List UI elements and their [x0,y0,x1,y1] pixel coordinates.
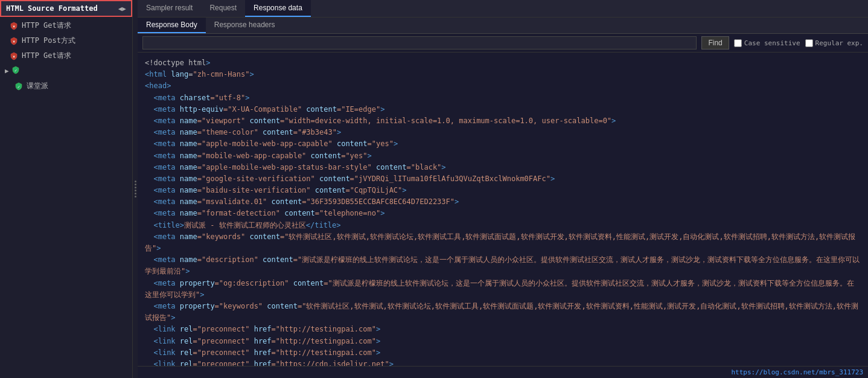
content-area[interactable]: <!doctype html> <html lang="zh-cmn-Hans"… [138,53,868,366]
expand-arrow-icon: ▶ [5,67,9,75]
tab-response-headers[interactable]: Response headers [206,18,284,33]
sidebar-item-http-get-1[interactable]: × HTTP Get请求 [0,18,132,33]
search-input[interactable] [142,36,697,50]
sidebar-arrows: ◀▶ [118,5,126,13]
sidebar: HTML Source Formatted ◀▶ × HTTP Get请求 × … [0,0,133,378]
html-content: <!doctype html> <html lang="zh-cmn-Hans"… [145,57,861,366]
bottom-bar: https://blog.csdn.net/mbrs_311723 [138,366,868,378]
tab-response-body[interactable]: Response Body [138,18,206,33]
shield-green-icon-1: ✓ [11,66,20,76]
case-sensitive-checkbox[interactable] [734,39,742,47]
drag-dots [135,181,136,197]
tab-request[interactable]: Request [201,0,245,17]
tab-sampler-result[interactable]: Sampler result [138,0,201,17]
sidebar-item-http-get-2[interactable]: × HTTP Get请求 [0,48,132,63]
sidebar-header[interactable]: HTML Source Formatted ◀▶ [0,0,132,17]
tab-response-data[interactable]: Response data [245,0,311,17]
main-panel: Sampler result Request Response data Res… [138,0,868,378]
shield-red-icon-1: × [10,22,18,30]
shield-green-icon-2: ✓ [14,82,23,91]
secondary-tab-bar: Response Body Response headers [138,18,868,34]
sidebar-item-http-post[interactable]: × HTTP Post方式 [0,33,132,48]
sidebar-item-label-3: HTTP Get请求 [22,51,71,61]
find-button[interactable]: Find [701,36,729,50]
top-tab-bar: Sampler result Request Response data [138,0,868,18]
regular-exp-label[interactable]: Regular exp. [805,39,863,47]
sidebar-items-list: × HTTP Get请求 × HTTP Post方式 × HTTP Get请 [0,17,132,378]
shield-red-icon-3: × [10,52,18,60]
svg-text:✓: ✓ [18,84,20,89]
regular-exp-checkbox[interactable] [805,39,813,47]
sidebar-item-ketangpai[interactable]: ✓ 课堂派 [0,78,132,94]
sidebar-item-label-1: HTTP Get请求 [22,21,71,31]
svg-text:×: × [13,24,15,28]
resize-handle[interactable] [133,0,138,378]
sidebar-title: HTML Source Formatted [6,4,98,13]
shield-red-icon-2: × [10,37,18,45]
svg-text:✓: ✓ [14,68,17,73]
svg-text:×: × [13,54,15,59]
sidebar-group-1[interactable]: ▶ ✓ [0,63,132,78]
svg-text:×: × [13,39,15,43]
bottom-url: https://blog.csdn.net/mbrs_311723 [731,368,863,376]
case-sensitive-label[interactable]: Case sensitive [734,39,800,47]
sidebar-item-label-ketangpai: 课堂派 [27,81,48,91]
sidebar-item-label-2: HTTP Post方式 [22,36,75,46]
search-bar: Find Case sensitive Regular exp. [138,34,868,53]
